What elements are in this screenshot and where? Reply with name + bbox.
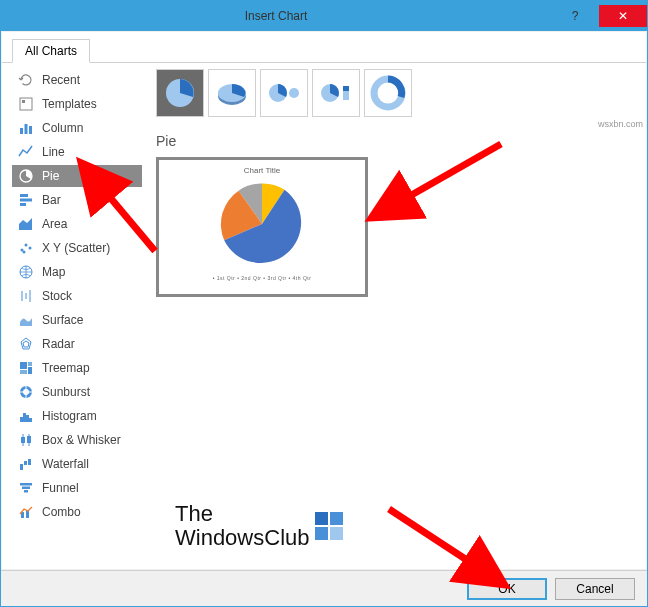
subtype-pie-3d[interactable] xyxy=(208,69,256,117)
svg-point-11 xyxy=(25,244,28,247)
svg-rect-35 xyxy=(24,461,27,465)
bar-icon xyxy=(18,192,34,208)
sidebar-item-area[interactable]: Area xyxy=(12,213,142,235)
subtype-row xyxy=(156,69,636,117)
pie-3d-icon xyxy=(214,75,250,111)
sidebar-item-pie[interactable]: Pie xyxy=(12,165,142,187)
sidebar-item-label: Surface xyxy=(42,313,83,327)
sidebar-item-label: Stock xyxy=(42,289,72,303)
sidebar-item-label: Bar xyxy=(42,193,61,207)
sidebar-item-templates[interactable]: Templates xyxy=(12,93,142,115)
preview-legend: • 1st Qtr • 2nd Qtr • 3rd Qtr • 4th Qtr xyxy=(213,275,312,281)
svg-rect-22 xyxy=(28,367,32,374)
dialog-content: All Charts Recent Templates Column xyxy=(2,32,646,569)
pie-flat-icon xyxy=(162,75,198,111)
funnel-icon xyxy=(18,480,34,496)
titlebar: Insert Chart ? ✕ xyxy=(1,1,647,31)
stock-icon xyxy=(18,288,34,304)
svg-rect-38 xyxy=(22,487,30,490)
treemap-icon xyxy=(18,360,34,376)
svg-rect-3 xyxy=(25,124,28,134)
dialog-inner: Recent Templates Column Line Pie xyxy=(2,63,646,569)
sidebar-item-treemap[interactable]: Treemap xyxy=(12,357,142,379)
preview-pie-icon xyxy=(217,179,307,269)
sidebar-item-scatter[interactable]: X Y (Scatter) xyxy=(12,237,142,259)
sidebar-item-label: Radar xyxy=(42,337,75,351)
svg-rect-20 xyxy=(20,362,27,369)
sidebar-item-label: Pie xyxy=(42,169,59,183)
sidebar-item-label: Waterfall xyxy=(42,457,89,471)
sidebar-item-label: Treemap xyxy=(42,361,90,375)
sidebar-item-sunburst[interactable]: Sunburst xyxy=(12,381,142,403)
sidebar-item-histogram[interactable]: Histogram xyxy=(12,405,142,427)
svg-rect-27 xyxy=(23,413,26,422)
svg-rect-8 xyxy=(20,203,26,206)
svg-rect-39 xyxy=(24,490,28,493)
svg-rect-29 xyxy=(29,418,32,422)
sidebar-item-map[interactable]: Map xyxy=(12,261,142,283)
pie-of-pie-icon xyxy=(266,75,302,111)
sidebar-item-stock[interactable]: Stock xyxy=(12,285,142,307)
sidebar-item-label: Map xyxy=(42,265,65,279)
chart-preview[interactable]: Chart Title • 1st Qtr • 2nd Qtr • 3rd Qt… xyxy=(156,157,368,297)
svg-rect-37 xyxy=(20,483,32,486)
sidebar-item-bar[interactable]: Bar xyxy=(12,189,142,211)
sidebar-item-box-whisker[interactable]: Box & Whisker xyxy=(12,429,142,451)
sidebar-item-label: Funnel xyxy=(42,481,79,495)
line-icon xyxy=(18,144,34,160)
sidebar-item-surface[interactable]: Surface xyxy=(12,309,142,331)
map-icon xyxy=(18,264,34,280)
svg-rect-34 xyxy=(20,464,23,470)
radar-icon xyxy=(18,336,34,352)
help-button[interactable]: ? xyxy=(551,5,599,27)
subtype-bar-of-pie[interactable] xyxy=(312,69,360,117)
sidebar-item-label: Box & Whisker xyxy=(42,433,121,447)
svg-rect-4 xyxy=(29,126,32,134)
svg-rect-2 xyxy=(20,128,23,134)
area-icon xyxy=(18,216,34,232)
sunburst-icon xyxy=(18,384,34,400)
cancel-button[interactable]: Cancel xyxy=(555,578,635,600)
templates-icon xyxy=(18,96,34,112)
svg-point-45 xyxy=(289,88,299,98)
sidebar-item-waterfall[interactable]: Waterfall xyxy=(12,453,142,475)
histogram-icon xyxy=(18,408,34,424)
sidebar-item-label: Combo xyxy=(42,505,81,519)
surface-icon xyxy=(18,312,34,328)
subtype-pie-of-pie[interactable] xyxy=(260,69,308,117)
chart-category-list: Recent Templates Column Line Pie xyxy=(12,69,142,563)
subtype-pie[interactable] xyxy=(156,69,204,117)
svg-rect-23 xyxy=(20,370,27,374)
sidebar-item-label: Histogram xyxy=(42,409,97,423)
dialog-footer: OK Cancel xyxy=(1,570,647,606)
pie-icon xyxy=(18,168,34,184)
svg-point-12 xyxy=(29,247,32,250)
close-button[interactable]: ✕ xyxy=(599,5,647,27)
scatter-icon xyxy=(18,240,34,256)
preview-title: Chart Title xyxy=(244,166,280,175)
sidebar-item-funnel[interactable]: Funnel xyxy=(12,477,142,499)
sidebar-item-label: Sunburst xyxy=(42,385,90,399)
svg-rect-0 xyxy=(20,98,32,110)
bar-of-pie-icon xyxy=(318,75,354,111)
chart-subtype-panel: Pie Chart Title • 1st Qtr • 2nd Qtr • 3r xyxy=(156,69,636,563)
insert-chart-dialog: Insert Chart ? ✕ All Charts Recent Templ… xyxy=(0,0,648,607)
sidebar-item-combo[interactable]: Combo xyxy=(12,501,142,523)
svg-rect-7 xyxy=(20,199,32,202)
subtype-doughnut[interactable] xyxy=(364,69,412,117)
svg-marker-19 xyxy=(23,341,29,347)
svg-point-13 xyxy=(23,251,26,254)
sidebar-item-recent[interactable]: Recent xyxy=(12,69,142,91)
svg-rect-1 xyxy=(22,100,25,103)
source-url: wsxbn.com xyxy=(598,119,643,129)
sidebar-item-label: Templates xyxy=(42,97,97,111)
tab-all-charts[interactable]: All Charts xyxy=(12,39,90,63)
sidebar-item-column[interactable]: Column xyxy=(12,117,142,139)
box-whisker-icon xyxy=(18,432,34,448)
svg-rect-26 xyxy=(20,417,23,422)
svg-rect-6 xyxy=(20,194,28,197)
sidebar-item-line[interactable]: Line xyxy=(12,141,142,163)
ok-button[interactable]: OK xyxy=(467,578,547,600)
sidebar-item-radar[interactable]: Radar xyxy=(12,333,142,355)
waterfall-icon xyxy=(18,456,34,472)
